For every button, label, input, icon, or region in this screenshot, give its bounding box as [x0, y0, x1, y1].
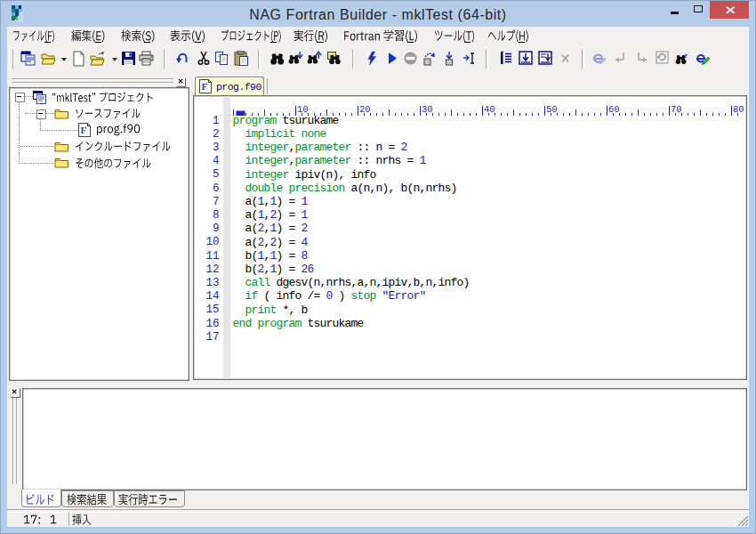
svg-text:30: 30 [422, 104, 433, 115]
svg-text:70: 70 [671, 104, 682, 115]
svg-text:F: F [202, 81, 208, 92]
svg-text:80: 80 [733, 104, 744, 115]
svg-text:60: 60 [608, 104, 620, 115]
svg-text:40: 40 [484, 104, 495, 115]
svg-text:20: 20 [359, 104, 371, 115]
svg-text:F: F [81, 125, 87, 135]
svg-text:e: e [684, 51, 688, 60]
svg-text:50: 50 [546, 104, 558, 115]
